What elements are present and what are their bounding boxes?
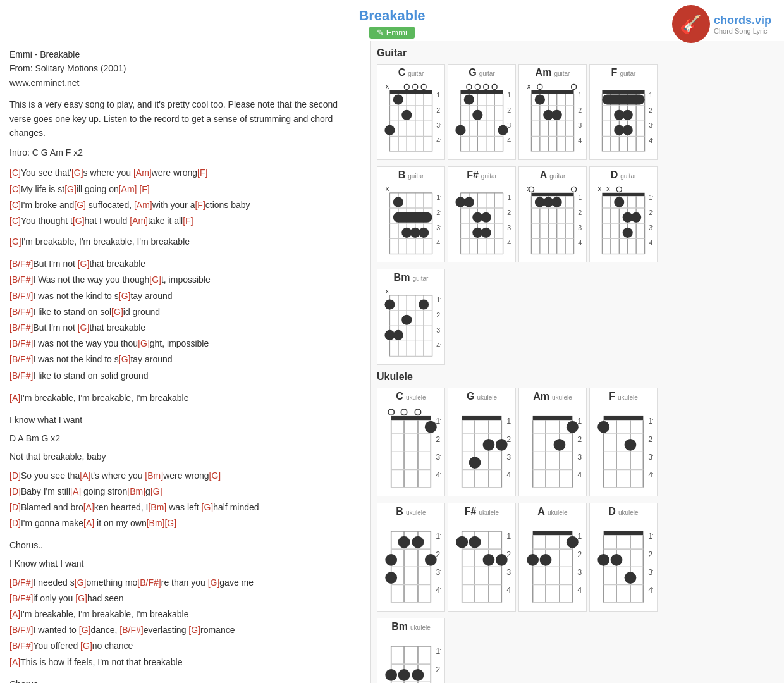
site-tagline: Chord Song Lyric bbox=[714, 27, 768, 35]
svg-text:2fr: 2fr bbox=[436, 311, 441, 318]
svg-point-265 bbox=[412, 536, 424, 548]
svg-text:1fr: 1fr bbox=[507, 91, 511, 99]
svg-text:1fr: 1fr bbox=[506, 532, 511, 541]
svg-text:1fr: 1fr bbox=[649, 193, 653, 200]
svg-text:1fr: 1fr bbox=[577, 532, 582, 541]
svg-point-185 bbox=[401, 314, 412, 324]
svg-point-332 bbox=[398, 668, 410, 680]
da-bm-line: D A Bm G x2 bbox=[9, 431, 360, 446]
chord-D-ukulele[interactable]: Dukulele 1fr 2fr 3fr bbox=[589, 503, 658, 612]
chord-B-guitar[interactable]: Bguitar x bbox=[377, 166, 445, 262]
chord-F-guitar[interactable]: Fguitar bbox=[589, 64, 658, 160]
svg-text:x: x bbox=[386, 82, 389, 90]
chord-diagram-Am-guitar: x 1fr 2fr 3fr 4fr bbox=[523, 78, 582, 155]
main-content: Emmi - Breakable From: Solitary Motions … bbox=[0, 41, 784, 683]
chord-diagram-B-guitar: x 1fr 2fr 3fr 4fr bbox=[381, 181, 441, 257]
guitar-title: Guitar bbox=[377, 47, 778, 59]
svg-text:4fr: 4fr bbox=[436, 137, 441, 144]
svg-text:4fr: 4fr bbox=[577, 471, 582, 479]
verse1-line3: [C]I'm broke and[G] suffocated, [Am]with… bbox=[9, 197, 360, 213]
chord-G-guitar[interactable]: Gguitar bbox=[448, 64, 516, 160]
chord-A-guitar[interactable]: Aguitar x bbox=[518, 166, 587, 262]
svg-point-123 bbox=[481, 228, 491, 238]
chord-A-ukulele[interactable]: Aukulele 1fr 2fr 3fr bbox=[518, 503, 587, 612]
chord-C-ukulele[interactable]: Cukulele 1fr 2fr 3 bbox=[377, 388, 445, 496]
chord-Bm-guitar[interactable]: Bmguitar x bbox=[377, 269, 445, 365]
svg-point-163 bbox=[614, 197, 624, 207]
verse1-line2: [C]My life is st[G]ill going on[Am] [F] bbox=[9, 182, 360, 197]
chorus-label1: Chorus.. bbox=[9, 538, 360, 553]
song-description: This is a very easy song to play, and it… bbox=[9, 97, 360, 140]
chord-diagram-Fsharp-ukulele: 1fr 2fr 3fr 4fr bbox=[452, 517, 511, 606]
i-know-line: I Know what I want bbox=[9, 556, 360, 572]
svg-text:3fr: 3fr bbox=[577, 452, 582, 461]
verse1-line4: [C]You thought t[G]hat I would [Am]take … bbox=[9, 213, 360, 229]
svg-text:3fr: 3fr bbox=[436, 326, 441, 334]
author-badge[interactable]: ✎ Emmi bbox=[369, 27, 415, 39]
svg-text:4fr: 4fr bbox=[507, 239, 511, 247]
chord-Am-guitar[interactable]: Amguitar x bbox=[518, 64, 587, 160]
svg-text:1fr: 1fr bbox=[648, 417, 653, 426]
chord-D-guitar[interactable]: Dguitar x x bbox=[589, 166, 658, 262]
svg-rect-149 bbox=[602, 193, 644, 196]
svg-text:3fr: 3fr bbox=[507, 121, 511, 129]
svg-rect-77 bbox=[602, 95, 644, 105]
svg-text:2fr: 2fr bbox=[648, 434, 653, 443]
svg-text:x: x bbox=[527, 82, 531, 90]
lyrics-panel: Emmi - Breakable From: Solitary Motions … bbox=[0, 41, 370, 683]
svg-point-331 bbox=[385, 668, 397, 680]
svg-point-202 bbox=[401, 409, 407, 414]
svg-point-250 bbox=[625, 438, 637, 450]
svg-point-268 bbox=[385, 572, 397, 584]
svg-rect-22 bbox=[460, 90, 503, 94]
svg-text:4fr: 4fr bbox=[578, 137, 582, 144]
svg-point-166 bbox=[623, 228, 633, 238]
chorus1: [G]I'm breakable, I'm breakable, I'm bre… bbox=[9, 234, 360, 250]
svg-text:2fr: 2fr bbox=[436, 106, 441, 114]
chord-diagram-Am-ukulele: 1fr 2fr 3fr 4fr bbox=[523, 402, 582, 491]
svg-rect-128 bbox=[531, 193, 573, 196]
svg-rect-45 bbox=[531, 90, 573, 94]
site-logo[interactable]: 🎸 chords.vip Chord Song Lyric bbox=[672, 5, 771, 43]
svg-rect-290 bbox=[533, 531, 573, 534]
chord-diagram-Fsharp-guitar: 1fr 2fr 3fr 4fr bbox=[452, 181, 511, 257]
svg-point-204 bbox=[425, 421, 437, 433]
svg-text:3fr: 3fr bbox=[578, 224, 582, 231]
chord-Bm-ukulele[interactable]: Bmukulele 1fr 2fr bbox=[377, 618, 445, 683]
svg-text:4fr: 4fr bbox=[436, 471, 441, 479]
chord-diagram-F-ukulele: 1fr 2fr 3fr 4fr bbox=[594, 402, 653, 491]
svg-text:1fr: 1fr bbox=[506, 417, 511, 426]
svg-text:4fr: 4fr bbox=[578, 239, 582, 247]
svg-point-14 bbox=[421, 84, 426, 89]
svg-text:1fr: 1fr bbox=[436, 193, 441, 200]
svg-text:1fr: 1fr bbox=[648, 532, 653, 541]
svg-text:2fr: 2fr bbox=[578, 209, 582, 216]
chord-F-ukulele[interactable]: Fukulele 1fr 2fr 3fr 4fr bbox=[589, 388, 658, 496]
svg-point-40 bbox=[498, 125, 508, 135]
chord-B-ukulele[interactable]: Bukulele 1fr 2fr bbox=[377, 503, 445, 612]
chord-Fsharp-ukulele[interactable]: F#ukulele 1fr 2fr bbox=[448, 503, 516, 612]
svg-point-187 bbox=[393, 330, 403, 340]
chord-diagram-Bm-guitar: x 1fr 2fr 3fr 4fr bbox=[381, 283, 441, 360]
chorus2: [A]I'm breakable, I'm breakable, I'm bre… bbox=[9, 390, 360, 406]
svg-point-282 bbox=[456, 536, 468, 548]
chord-diagram-G-guitar: 1fr 2fr 3fr 4fr bbox=[452, 78, 511, 155]
svg-text:1fr: 1fr bbox=[578, 91, 582, 99]
svg-text:4fr: 4fr bbox=[506, 471, 511, 479]
chord-Am-ukulele[interactable]: Amukulele 1fr 2fr 3fr 4fr bbox=[518, 388, 587, 496]
chord-diagram-C-guitar: x 1fr 2fr 3fr 4fr bbox=[381, 78, 441, 155]
song-info-line2: From: Solitary Motions (2001) bbox=[9, 61, 360, 75]
svg-text:4fr: 4fr bbox=[648, 586, 653, 594]
chord-diagram-B-ukulele: 1fr 2fr 3fr 4fr bbox=[381, 517, 441, 606]
svg-point-121 bbox=[481, 212, 491, 223]
svg-point-283 bbox=[469, 536, 481, 548]
svg-point-81 bbox=[623, 125, 633, 135]
chord-G-ukulele[interactable]: Gukulele 1fr 2fr 3fr bbox=[448, 388, 516, 496]
svg-rect-66 bbox=[602, 90, 644, 94]
chord-C-guitar[interactable]: Cguitar x bbox=[377, 64, 445, 160]
svg-point-57 bbox=[537, 84, 542, 89]
song-title: Breakable bbox=[0, 8, 784, 24]
svg-point-98 bbox=[393, 197, 403, 207]
svg-rect-225 bbox=[533, 415, 573, 419]
chord-Fsharp-guitar[interactable]: F#guitar bbox=[448, 166, 516, 262]
